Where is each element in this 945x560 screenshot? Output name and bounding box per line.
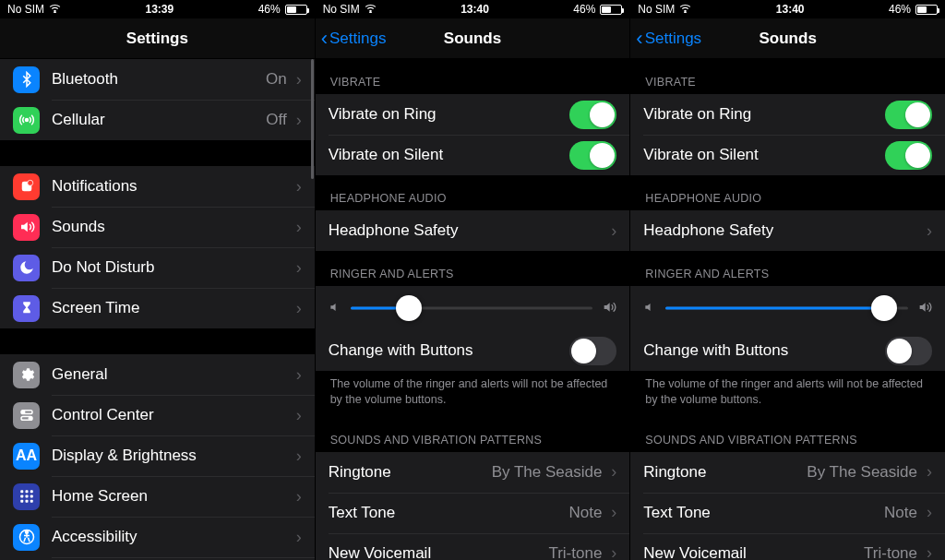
toggle-change-with-buttons[interactable] [885,337,932,365]
settings-row-general[interactable]: General › [0,354,315,395]
battery-pct: 46% [889,3,911,16]
section-header-patterns: SOUNDS AND VIBRATION PATTERNS [630,417,945,452]
svg-rect-14 [20,500,23,503]
section-header-headphone: HEADPHONE AUDIO [630,175,945,210]
row-text-tone[interactable]: Text Tone Note › [316,493,630,533]
scroll-indicator[interactable] [311,59,314,179]
chevron-right-icon: › [296,447,302,466]
carrier-label: No SIM [7,3,44,16]
svg-rect-13 [30,495,32,498]
settings-row-bluetooth[interactable]: Bluetooth On › [0,59,315,100]
row-ringtone[interactable]: Ringtone By The Seaside › [316,452,630,493]
back-button[interactable]: ‹ Settings [321,18,387,58]
settings-row-screentime[interactable]: Screen Time › [0,288,315,328]
row-vibrate-on-ring: Vibrate on Ring [316,94,630,135]
chevron-right-icon: › [296,406,302,425]
section-header-patterns: SOUNDS AND VIBRATION PATTERNS [316,417,630,452]
settings-row-dnd[interactable]: Do Not Disturb › [0,247,315,288]
carrier-label: No SIM [323,3,360,16]
footer-change-with-buttons: The volume of the ringer and alerts will… [630,371,945,417]
toggle-vibrate-silent[interactable] [569,141,616,170]
section-header-ringer: RINGER AND ALERTS [316,251,630,286]
section-header-vibrate: VIBRATE [630,59,945,94]
svg-point-5 [21,411,24,413]
svg-rect-16 [30,500,32,503]
svg-point-25 [685,12,687,13]
back-button[interactable]: ‹ Settings [636,18,701,58]
settings-row-cellular[interactable]: Cellular Off › [0,100,315,140]
svg-rect-9 [25,490,28,493]
ringer-volume-slider[interactable] [351,295,593,321]
aa-icon: AA [13,443,40,470]
battery-pct: 46% [573,3,595,16]
bluetooth-icon [13,66,40,93]
clock: 13:40 [461,3,489,16]
speaker-low-icon [643,301,656,316]
chevron-right-icon: › [927,221,932,241]
chevron-right-icon: › [296,111,302,130]
settings-row-display[interactable]: AA Display & Brightness › [0,435,315,476]
antenna-icon [13,107,40,134]
carrier-label: No SIM [638,3,675,16]
notif-icon [13,173,40,200]
battery-icon [600,5,622,15]
svg-point-7 [29,417,31,420]
figure-icon [13,524,40,551]
row-headphone-safety[interactable]: Headphone Safety › [630,210,945,251]
settings-row-homescreen[interactable]: Home Screen › [0,476,315,517]
ringer-volume-slider[interactable] [665,295,908,321]
screen-sounds-low: No SIM 13:40 46% ‹ Settings Sounds VIBRA… [315,0,630,560]
settings-row-notifications[interactable]: Notifications › [0,166,315,207]
row-new-voicemail[interactable]: New Voicemail Tri-tone › [316,533,630,560]
row-change-with-buttons: Change with Buttons [316,330,630,371]
chevron-right-icon: › [296,365,302,385]
screen-sounds-high: No SIM 13:40 46% ‹ Settings Sounds VIBRA… [629,0,945,560]
chevron-right-icon: › [611,503,616,522]
nav-bar: ‹ Settings Sounds [316,18,630,59]
cell-label: Sounds [52,218,294,236]
svg-point-3 [27,180,32,185]
row-headphone-safety[interactable]: Headphone Safety › [316,210,630,251]
battery-icon [915,5,938,15]
section-header-vibrate: VIBRATE [316,59,630,94]
row-new-voicemail[interactable]: New Voicemail Tri-tone › [630,533,945,560]
settings-row-accessibility[interactable]: Accessibility › [0,517,315,557]
moon-icon [13,255,40,281]
clock: 13:39 [145,3,173,16]
chevron-right-icon: › [296,70,302,89]
cell-label: Accessibility [52,528,294,546]
settings-row-controlcenter[interactable]: Control Center › [0,395,315,435]
chevron-left-icon: ‹ [636,29,642,49]
speaker-high-icon [917,300,932,317]
speaker-low-icon [329,301,341,316]
clock: 13:40 [776,3,805,16]
chevron-right-icon: › [927,503,932,522]
svg-rect-11 [20,495,23,498]
chevron-right-icon: › [611,462,616,482]
cell-label: Control Center [52,406,294,424]
chevron-right-icon: › [296,299,302,318]
settings-row-sounds[interactable]: Sounds › [0,207,315,247]
row-vibrate-on-silent: Vibrate on Silent [630,135,945,175]
svg-point-0 [54,12,56,13]
svg-point-17 [25,530,28,533]
row-vibrate-on-silent: Vibrate on Silent [316,135,630,175]
page-title: Sounds [444,30,501,48]
cell-detail: On [266,70,287,89]
row-ringtone[interactable]: Ringtone By The Seaside › [630,452,945,493]
chevron-right-icon: › [927,462,932,482]
chevron-right-icon: › [296,528,302,547]
switches-icon [13,402,40,429]
toggle-vibrate-ring[interactable] [569,101,616,129]
toggle-vibrate-silent[interactable] [885,141,932,170]
cell-label: Cellular [52,111,266,129]
ringer-volume-row [630,286,945,330]
toggle-vibrate-ring[interactable] [885,101,932,129]
chevron-right-icon: › [611,221,616,241]
toggle-change-with-buttons[interactable] [569,337,616,365]
row-text-tone[interactable]: Text Tone Note › [630,493,945,533]
status-bar: No SIM 13:39 46% [0,0,315,18]
nav-bar: Settings [0,18,315,59]
wifi-icon [49,3,61,16]
battery-pct: 46% [258,3,281,16]
